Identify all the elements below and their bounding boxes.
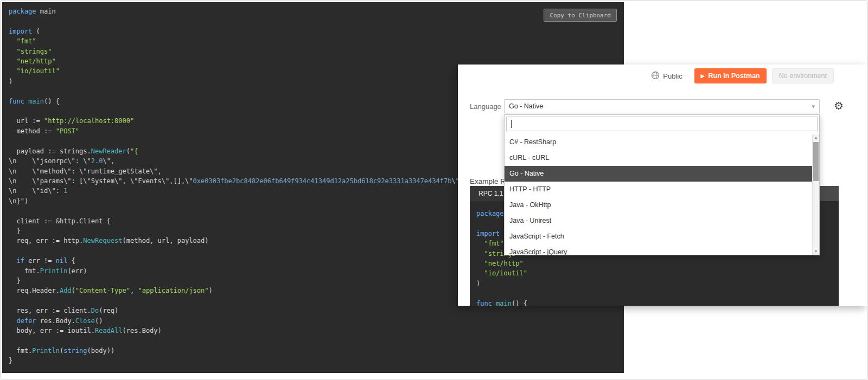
language-option[interactable]: Java - Unirest xyxy=(505,213,812,229)
code-line: "fmt" xyxy=(9,36,617,46)
scrollbar-down-arrow-icon[interactable]: ▼ xyxy=(813,248,819,255)
globe-icon xyxy=(651,71,660,81)
panel-header: Public ▶ Run in Postman No environment xyxy=(651,68,834,83)
language-option[interactable]: C# - RestSharp xyxy=(505,134,812,150)
language-option[interactable]: JavaScript - jQuery xyxy=(505,244,812,255)
language-select-value: Go - Native xyxy=(509,102,543,110)
code-line: } xyxy=(9,356,617,365)
language-dropdown: C# - RestSharpcURL - cURLGo - NativeHTTP… xyxy=(504,114,820,255)
code-line: func main() { xyxy=(476,299,832,306)
code-line xyxy=(476,288,832,298)
documentation-panel: Public ▶ Run in Postman No environment L… xyxy=(458,65,867,306)
visibility-chip: Public xyxy=(651,71,682,81)
language-select[interactable]: Go - Native ▾ xyxy=(504,99,820,113)
code-line xyxy=(9,16,617,26)
scrollbar-up-arrow-icon[interactable]: ▲ xyxy=(813,134,819,141)
page: package main import ( "fmt" "strings" "n… xyxy=(0,0,868,380)
copy-to-clipboard-button[interactable]: Copy to Clipboard xyxy=(544,9,617,22)
language-options-list: C# - RestSharpcURL - cURLGo - NativeHTTP… xyxy=(505,134,812,255)
dropdown-scrollbar[interactable]: ▲ ▼ xyxy=(812,134,819,255)
run-in-postman-label: Run in Postman xyxy=(709,72,760,80)
run-in-postman-button[interactable]: ▶ Run in Postman xyxy=(694,68,767,83)
code-line: "strings" xyxy=(9,47,617,56)
visibility-label: Public xyxy=(663,72,682,80)
code-line: fmt.Println(string(body)) xyxy=(9,346,617,356)
code-line: body, err := ioutil.ReadAll(res.Body) xyxy=(9,326,617,336)
settings-gear-icon[interactable]: ⚙ xyxy=(834,98,844,113)
code-line: import ( xyxy=(9,27,617,36)
no-environment-button[interactable]: No environment xyxy=(772,68,834,83)
language-option[interactable]: Go - Native xyxy=(505,166,812,182)
dropdown-search-wrap xyxy=(506,117,818,131)
code-line: ) xyxy=(476,279,832,288)
scrollbar-thumb[interactable] xyxy=(813,142,819,181)
code-line: res, err := client.Do(req) xyxy=(9,306,617,315)
code-line xyxy=(9,336,617,345)
code-line: "io/ioutil" xyxy=(476,268,832,278)
language-search-input[interactable] xyxy=(506,117,818,131)
language-option[interactable]: Java - OkHttp xyxy=(505,197,812,213)
code-line: "net/http" xyxy=(476,259,832,268)
language-option[interactable]: JavaScript - Fetch xyxy=(505,229,812,244)
language-option[interactable]: HTTP - HTTP xyxy=(505,182,812,197)
language-option[interactable]: cURL - cURL xyxy=(505,150,812,166)
play-icon: ▶ xyxy=(701,74,705,79)
code-line: package main xyxy=(9,7,617,16)
language-label: Language xyxy=(470,102,501,111)
chevron-down-icon: ▾ xyxy=(812,103,815,110)
code-line: defer res.Body.Close() xyxy=(9,316,617,326)
